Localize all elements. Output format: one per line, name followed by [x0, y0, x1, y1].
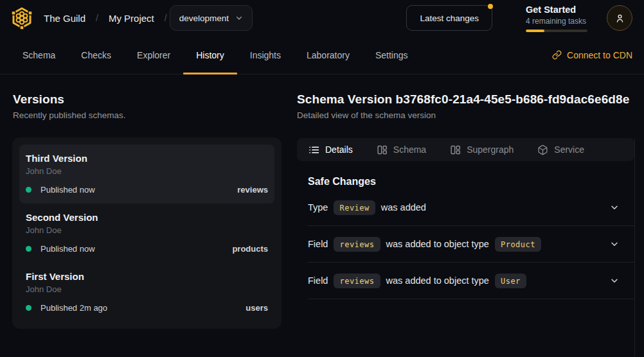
nav-tab[interactable]: Checks	[68, 36, 124, 74]
chevron-down-icon[interactable]	[610, 203, 619, 212]
connect-to-cdn-label: Connect to CDN	[567, 50, 632, 60]
nav-tab[interactable]: Laboratory	[294, 36, 362, 74]
detail-tab-icon	[537, 144, 548, 155]
change-text: was added to object type	[386, 239, 489, 249]
breadcrumb-project[interactable]: My Project	[109, 13, 154, 24]
project-nav: Schema Checks Explorer History Insights …	[0, 36, 644, 74]
detail-tab[interactable]: Schema	[377, 144, 426, 155]
target-selector-value: development	[179, 13, 229, 23]
breadcrumb: The Guild / My Project /	[44, 13, 167, 24]
connect-to-cdn-button[interactable]: Connect to CDN	[552, 50, 632, 60]
version-service-name: reviews	[237, 185, 268, 195]
versions-title: Versions	[13, 92, 282, 107]
versions-panel: Versions Recently published schemas. Thi…	[0, 92, 282, 357]
code-badge: User	[495, 274, 526, 288]
detail-tab[interactable]: Service	[537, 144, 584, 155]
nav-tab[interactable]: History	[183, 36, 237, 74]
version-list-item[interactable]: Third Version John Doe Published now rev…	[19, 144, 274, 204]
version-status: Published now	[40, 244, 95, 254]
panels-icon	[450, 144, 461, 155]
panels-icon	[377, 144, 388, 155]
detail-tab-icon	[377, 144, 388, 155]
list-icon	[309, 144, 319, 155]
version-meta-row: Published 2m ago users	[26, 303, 268, 313]
change-text: Type	[308, 202, 328, 213]
version-status: Published 2m ago	[40, 303, 107, 313]
breadcrumb-org[interactable]: The Guild	[44, 13, 85, 24]
version-name: Third Version	[26, 153, 268, 164]
schema-version-title: Schema Version b3768fc0-21a4-45e5-b686-f…	[297, 92, 635, 107]
code-badge: reviews	[334, 237, 380, 252]
change-description: Fieldreviewswas added to object typeProd…	[308, 237, 541, 252]
change-row[interactable]: TypeReviewwas added	[308, 189, 634, 226]
detail-tab[interactable]: Supergraph	[450, 144, 514, 155]
nav-tab-label: History	[196, 50, 224, 60]
nav-tab[interactable]: Settings	[362, 36, 421, 74]
notification-dot	[488, 4, 493, 9]
code-badge: Review	[334, 200, 375, 215]
detail-tab-label: Schema	[393, 144, 426, 155]
detail-tab-icon	[450, 144, 461, 155]
detail-tab-label: Supergraph	[467, 144, 514, 155]
get-started-progressbar	[526, 30, 587, 32]
published-status-dot	[26, 187, 31, 193]
version-service-name: products	[232, 244, 268, 254]
get-started-widget[interactable]: Get Started 4 remaining tasks	[526, 4, 587, 31]
nav-tab-label: Explorer	[137, 50, 170, 60]
code-badge: reviews	[334, 274, 380, 288]
detail-tab[interactable]: Details	[309, 144, 353, 155]
target-selector-dropdown[interactable]: development	[170, 5, 253, 31]
version-meta-row: Published now reviews	[26, 185, 268, 195]
detail-tab-icon	[309, 144, 319, 155]
version-author: John Doe	[26, 284, 268, 294]
changes-list: TypeReviewwas added Fieldreviewswas adde…	[297, 189, 634, 299]
change-row[interactable]: Fieldreviewswas added to object typeProd…	[308, 226, 634, 263]
user-icon	[614, 13, 625, 24]
nav-tab[interactable]: Explorer	[124, 36, 183, 74]
nav-tab-label: Schema	[22, 50, 55, 60]
version-name: First Version	[26, 271, 268, 282]
cube-icon	[537, 144, 548, 155]
change-row[interactable]: Fieldreviewswas added to object typeUser	[308, 263, 634, 299]
version-list-item[interactable]: First Version John Doe Published 2m ago …	[19, 263, 274, 322]
change-text: was added	[381, 202, 426, 213]
get-started-progress-fill	[526, 30, 544, 32]
latest-changes-button[interactable]: Latest changes	[406, 5, 492, 31]
change-text: Field	[308, 239, 328, 249]
version-status: Published now	[40, 185, 95, 195]
code-badge: Product	[495, 237, 541, 252]
nav-tab-label: Settings	[375, 50, 408, 60]
nav-tab[interactable]: Schema	[10, 36, 68, 74]
nav-tab-label: Checks	[81, 50, 111, 60]
change-text: was added to object type	[386, 275, 489, 286]
change-description: Fieldreviewswas added to object typeUser	[308, 274, 526, 288]
schema-version-detail-body: Details Schema Supergraph Service	[297, 138, 635, 357]
nav-tab[interactable]: Insights	[237, 36, 294, 74]
version-service-name: users	[246, 303, 268, 313]
chevron-down-icon[interactable]	[610, 276, 619, 285]
chevron-down-icon	[235, 14, 243, 22]
versions-list: Third Version John Doe Published now rev…	[12, 137, 282, 329]
version-name: Second Version	[26, 212, 268, 223]
safe-changes-heading: Safe Changes	[308, 176, 634, 187]
detail-tab-label: Details	[325, 144, 353, 155]
hive-logo[interactable]	[10, 6, 33, 30]
schema-version-subtitle: Detailed view of the schema version	[297, 110, 635, 120]
version-meta-row: Published now products	[26, 244, 268, 254]
version-author: John Doe	[26, 166, 268, 176]
schema-version-detail-panel: Schema Version b3768fc0-21a4-45e5-b686-f…	[297, 92, 635, 357]
change-description: TypeReviewwas added	[308, 200, 426, 215]
detail-tab-label: Service	[554, 144, 584, 155]
user-avatar-button[interactable]	[607, 5, 632, 31]
versions-subtitle: Recently published schemas.	[13, 110, 282, 120]
change-text: Field	[308, 275, 328, 286]
chevron-down-icon[interactable]	[610, 239, 619, 248]
main-content: Versions Recently published schemas. Thi…	[0, 74, 644, 357]
version-list-item[interactable]: Second Version John Doe Published now pr…	[19, 204, 274, 263]
published-status-dot	[26, 305, 31, 311]
breadcrumb-separator: /	[96, 13, 98, 23]
version-author: John Doe	[26, 225, 268, 235]
published-status-dot	[26, 246, 31, 252]
nav-tab-label: Laboratory	[307, 50, 350, 60]
detail-tab-bar: Details Schema Supergraph Service	[297, 138, 634, 161]
